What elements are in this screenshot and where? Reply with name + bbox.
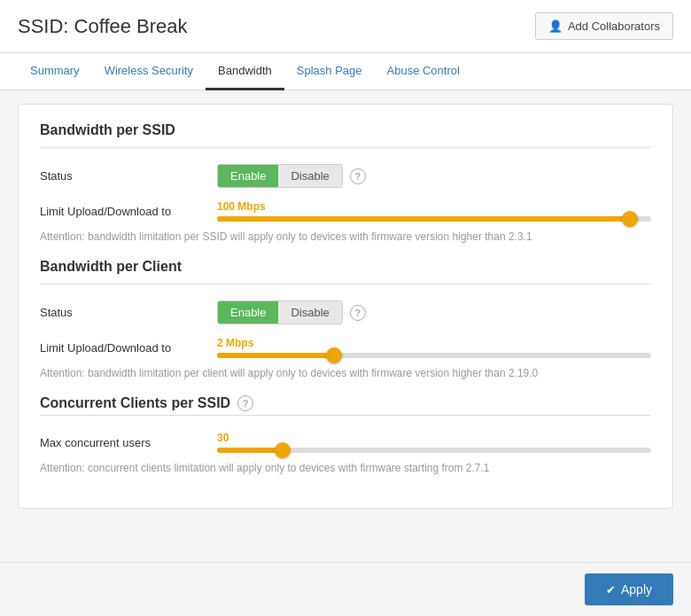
client-attention-text: Attention: bandwidth limitation per clie… bbox=[40, 367, 651, 379]
footer: ✔ Apply bbox=[0, 562, 691, 616]
client-status-help-icon[interactable]: ? bbox=[350, 305, 366, 321]
ssid-status-control: Enable Disable ? bbox=[217, 164, 651, 188]
concurrent-clients-help-icon[interactable]: ? bbox=[237, 395, 253, 411]
ssid-slider-container: 100 Mbps bbox=[217, 200, 651, 222]
client-toggle-group: Enable Disable bbox=[217, 300, 343, 324]
client-status-control: Enable Disable ? bbox=[217, 300, 651, 324]
page-title: SSID: Coffee Break bbox=[18, 15, 188, 38]
add-collaborators-button[interactable]: 👤 Add Collaborators bbox=[535, 12, 673, 40]
tab-summary[interactable]: Summary bbox=[18, 53, 92, 90]
client-disable-button[interactable]: Disable bbox=[278, 301, 341, 324]
bandwidth-per-ssid-section: Bandwidth per SSID Status Enable Disable… bbox=[40, 122, 651, 243]
client-status-label: Status bbox=[40, 306, 217, 319]
client-slider-track[interactable] bbox=[217, 353, 651, 358]
apply-checkmark: ✔ bbox=[606, 583, 616, 597]
concurrent-attention-text: Attention: concurrent clients limitation… bbox=[40, 462, 651, 474]
client-slider-container: 2 Mbps bbox=[217, 337, 651, 358]
ssid-slider-track[interactable] bbox=[217, 216, 651, 222]
concurrent-max-label: Max concurrent users bbox=[40, 436, 217, 449]
ssid-slider-row: Limit Upload/Download to 100 Mbps bbox=[40, 200, 651, 222]
ssid-disable-button[interactable]: Disable bbox=[278, 165, 341, 187]
concurrent-clients-title: Concurrent Clients per SSID bbox=[40, 395, 230, 411]
ssid-status-label: Status bbox=[40, 169, 217, 183]
apply-label: Apply bbox=[621, 582, 652, 597]
concurrent-slider-container: 30 bbox=[217, 432, 651, 453]
user-icon: 👤 bbox=[548, 19, 563, 33]
ssid-slider-value: 100 Mbps bbox=[217, 200, 651, 213]
ssid-enable-button[interactable]: Enable bbox=[218, 165, 278, 187]
ssid-status-row: Status Enable Disable ? bbox=[40, 164, 651, 188]
tab-splash-page[interactable]: Splash Page bbox=[284, 53, 375, 90]
bandwidth-per-client-title: Bandwidth per Client bbox=[40, 259, 651, 285]
concurrent-divider bbox=[40, 415, 651, 416]
tabs-bar: Summary Wireless Security Bandwidth Spla… bbox=[0, 53, 691, 90]
client-enable-button[interactable]: Enable bbox=[218, 301, 278, 324]
add-collaborators-label: Add Collaborators bbox=[568, 19, 660, 33]
ssid-status-help-icon[interactable]: ? bbox=[350, 168, 366, 184]
apply-button[interactable]: ✔ Apply bbox=[585, 573, 673, 605]
bandwidth-per-client-section: Bandwidth per Client Status Enable Disab… bbox=[40, 259, 651, 379]
client-limit-label: Limit Upload/Download to bbox=[40, 341, 217, 355]
client-slider-fill bbox=[217, 353, 334, 358]
bandwidth-per-ssid-title: Bandwidth per SSID bbox=[40, 122, 651, 148]
concurrent-slider-row: Max concurrent users 30 bbox=[40, 432, 651, 453]
client-status-row: Status Enable Disable ? bbox=[40, 300, 651, 324]
client-slider-value: 2 Mbps bbox=[217, 337, 651, 349]
client-slider-thumb[interactable] bbox=[326, 347, 342, 363]
ssid-limit-label: Limit Upload/Download to bbox=[40, 205, 217, 218]
tab-abuse-control[interactable]: Abuse Control bbox=[375, 53, 472, 90]
ssid-slider-thumb[interactable] bbox=[622, 211, 638, 227]
ssid-attention-text: Attention: bandwidth limitation per SSID… bbox=[40, 230, 651, 243]
main-card: Bandwidth per SSID Status Enable Disable… bbox=[18, 104, 673, 509]
tab-bandwidth[interactable]: Bandwidth bbox=[206, 53, 284, 90]
tab-wireless-security[interactable]: Wireless Security bbox=[92, 53, 206, 90]
client-slider-row: Limit Upload/Download to 2 Mbps bbox=[40, 337, 651, 358]
concurrent-slider-fill bbox=[217, 448, 283, 453]
concurrent-slider-track[interactable] bbox=[217, 448, 651, 453]
concurrent-slider-thumb[interactable] bbox=[275, 442, 291, 458]
ssid-slider-fill bbox=[217, 216, 630, 222]
ssid-toggle-group: Enable Disable bbox=[217, 164, 343, 188]
concurrent-clients-section: Concurrent Clients per SSID ? Max concur… bbox=[40, 395, 651, 474]
